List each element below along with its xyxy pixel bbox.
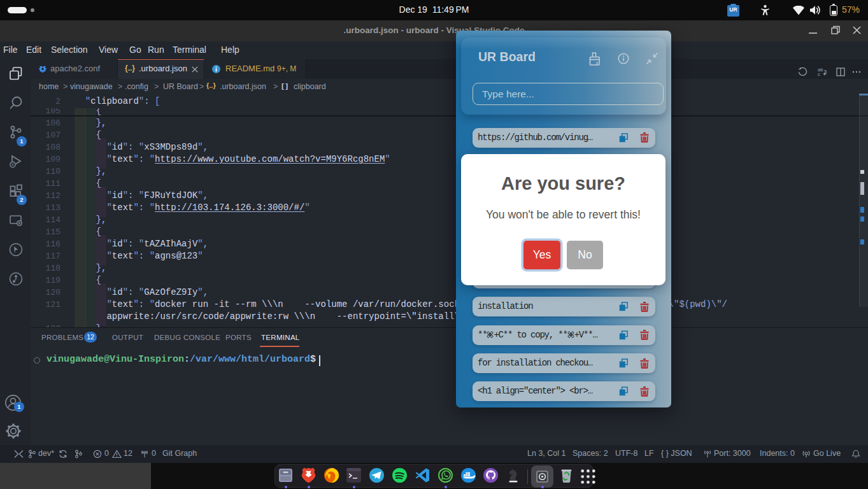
svg-text:c: c <box>818 71 820 77</box>
